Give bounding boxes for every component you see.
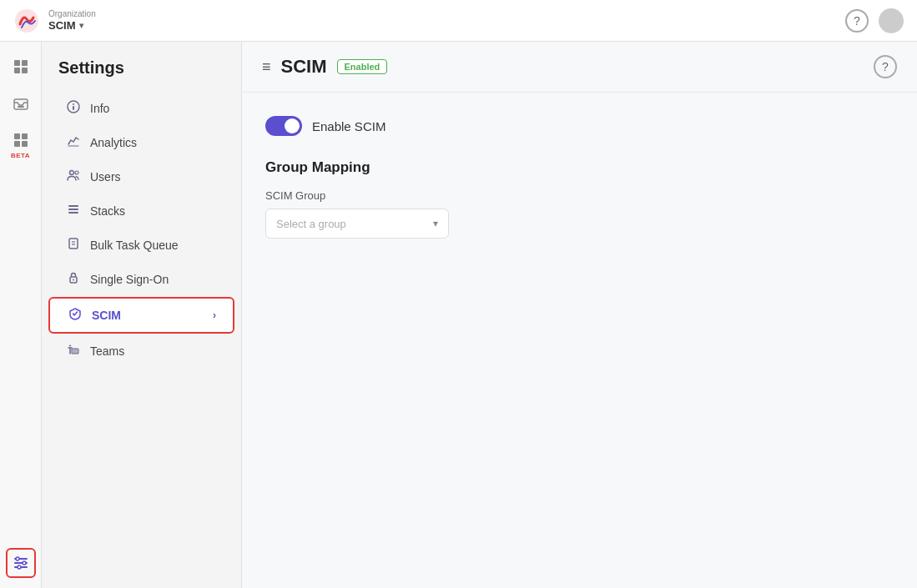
sidebar-item-users-label: Users: [90, 170, 121, 183]
content-body: Enable SCIM Group Mapping SCIM Group Sel…: [242, 93, 917, 262]
content-header-left: ≡ SCIM Enabled: [262, 56, 387, 78]
sidebar-title: Settings: [42, 58, 241, 91]
sidebar-item-teams[interactable]: Teams: [48, 334, 234, 368]
sidebar-item-sso-label: Single Sign-On: [90, 273, 169, 286]
page-title: SCIM: [281, 56, 327, 78]
svg-rect-23: [68, 209, 78, 210]
select-placeholder: Select a group: [276, 218, 346, 230]
sidebar-item-bulk-task-label: Bulk Task Queue: [90, 239, 179, 252]
sidebar-item-analytics-label: Analytics: [90, 136, 137, 149]
svg-rect-7: [14, 133, 20, 139]
sidebar-item-stacks-label: Stacks: [90, 204, 125, 218]
icon-rail: BETA: [0, 42, 42, 588]
users-icon: [65, 168, 82, 185]
hamburger-icon[interactable]: ≡: [262, 58, 271, 76]
rail-icon-beta: [6, 125, 36, 155]
svg-point-16: [18, 565, 21, 569]
logo-area: Organization SCIM ▾: [13, 8, 96, 34]
analytics-icon: [65, 134, 82, 151]
sidebar-item-bulk-task-queue[interactable]: Bulk Task Queue: [48, 229, 234, 262]
svg-point-21: [75, 171, 78, 174]
sidebar-item-analytics[interactable]: Analytics: [48, 126, 234, 159]
svg-rect-25: [69, 239, 78, 249]
rail-icon-settings[interactable]: [6, 548, 36, 578]
enable-scim-toggle[interactable]: [265, 116, 302, 136]
org-label: Organization: [48, 9, 96, 19]
enabled-badge: Enabled: [337, 59, 388, 74]
scim-group-select[interactable]: Select a group ▾: [265, 209, 449, 239]
sidebar-item-sso[interactable]: Single Sign-On: [48, 263, 234, 296]
app-logo: [13, 8, 40, 34]
content-header: ≡ SCIM Enabled ?: [242, 42, 917, 93]
info-icon: [65, 100, 82, 117]
svg-rect-6: [18, 106, 24, 108]
sidebar-item-scim[interactable]: SCIM ›: [48, 297, 234, 334]
svg-rect-9: [14, 141, 20, 147]
scim-group-label: SCIM Group: [265, 189, 894, 202]
content-area: ≡ SCIM Enabled ? Enable SCIM Group Mappi…: [242, 42, 917, 588]
svg-rect-5: [14, 99, 28, 109]
bulk-task-icon: [65, 237, 82, 254]
topbar: Organization SCIM ▾ ?: [0, 0, 917, 42]
sidebar-item-users[interactable]: Users: [48, 160, 234, 193]
user-avatar[interactable]: [879, 8, 904, 33]
rail-icon-inbox[interactable]: [6, 88, 36, 118]
stacks-icon: [65, 203, 82, 219]
sidebar-item-info-label: Info: [90, 102, 109, 115]
scim-chevron-icon: ›: [213, 309, 216, 321]
svg-rect-22: [68, 205, 78, 207]
org-dropdown-icon: ▾: [79, 21, 83, 31]
topbar-right: ?: [845, 8, 904, 33]
svg-rect-8: [22, 133, 28, 139]
sidebar-item-stacks[interactable]: Stacks: [48, 194, 234, 228]
main-layout: BETA Settings Info: [0, 42, 917, 588]
teams-icon: [65, 343, 82, 359]
org-name[interactable]: SCIM ▾: [48, 19, 96, 33]
svg-rect-24: [68, 212, 78, 214]
svg-rect-1: [14, 60, 20, 66]
svg-rect-3: [14, 68, 20, 73]
org-info: Organization SCIM ▾: [48, 9, 96, 33]
svg-rect-19: [73, 106, 74, 110]
svg-point-15: [23, 561, 26, 565]
svg-point-20: [70, 171, 74, 175]
sso-icon: [65, 271, 82, 288]
beta-badge: BETA: [11, 152, 30, 159]
svg-point-18: [73, 103, 74, 105]
sidebar: Settings Info Analytics: [42, 42, 242, 588]
svg-point-29: [73, 279, 74, 281]
enable-scim-row: Enable SCIM: [265, 116, 894, 136]
group-mapping-title: Group Mapping: [265, 159, 894, 176]
scim-icon: [67, 307, 83, 324]
svg-rect-10: [22, 141, 28, 147]
select-chevron-icon: ▾: [433, 218, 438, 229]
svg-rect-4: [22, 68, 28, 73]
rail-icon-grid[interactable]: [6, 52, 36, 82]
svg-point-14: [16, 557, 19, 560]
enable-scim-label: Enable SCIM: [312, 119, 385, 133]
svg-rect-2: [22, 60, 28, 66]
help-button[interactable]: ?: [845, 9, 869, 33]
sidebar-item-teams-label: Teams: [90, 344, 124, 358]
rail-icon-beta-wrapper[interactable]: BETA: [6, 125, 36, 159]
sidebar-item-info[interactable]: Info: [48, 92, 234, 125]
content-help-button[interactable]: ?: [874, 55, 897, 78]
sidebar-item-scim-label: SCIM: [92, 309, 121, 322]
